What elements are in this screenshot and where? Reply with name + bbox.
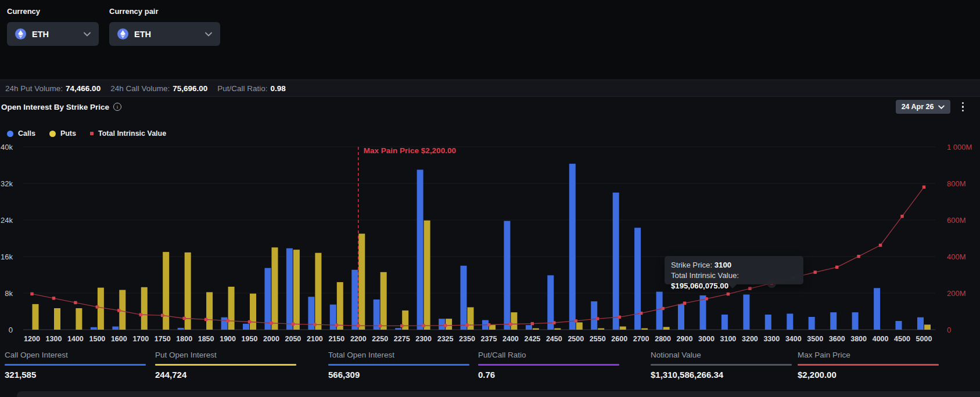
summary-underline xyxy=(155,364,296,366)
summary-underline xyxy=(328,364,469,366)
legend-item-calls[interactable]: Calls xyxy=(7,129,35,138)
summary-underline xyxy=(478,364,619,366)
summary-value: 321,585 xyxy=(5,370,146,380)
legend-label: Puts xyxy=(60,129,76,138)
currency-pair-label: Currency pair xyxy=(109,7,159,16)
summary-value: 0.76 xyxy=(478,370,619,380)
summary-label: Put Open Interest xyxy=(155,351,296,359)
summary-label: Call Open Interest xyxy=(5,351,146,359)
chart-panel xyxy=(0,79,980,397)
chart-title: Open Interest By Strike Price xyxy=(1,103,109,111)
chart-header: Open Interest By Strike Price i 24 Apr 2… xyxy=(0,98,980,116)
summary-value: $1,310,586,266.34 xyxy=(651,370,792,380)
legend-item-puts[interactable]: Puts xyxy=(49,129,76,138)
filters-bar: Currency ETH Currency pair ETH xyxy=(0,0,980,79)
next-card-edge xyxy=(17,391,980,397)
expiry-value: 24 Apr 26 xyxy=(902,103,934,111)
currency-pair-value: ETH xyxy=(134,30,151,39)
chevron-down-icon xyxy=(205,32,212,37)
call-volume-stat: 24h Call Volume:75,696.00 xyxy=(110,84,207,93)
legend-label: Calls xyxy=(18,129,35,138)
currency-dropdown[interactable]: ETH xyxy=(7,22,99,46)
summary-underline xyxy=(5,364,146,366)
summary-put-open-interest: Put Open Interest244,724 xyxy=(155,351,296,380)
currency-label: Currency xyxy=(7,7,40,16)
summary-label: Total Open Interest xyxy=(328,351,469,359)
volume-stats-bar: 24h Put Volume:74,466.00 24h Call Volume… xyxy=(0,80,980,97)
summary-underline xyxy=(798,364,939,366)
expiry-dropdown[interactable]: 24 Apr 26 xyxy=(896,100,950,114)
chevron-down-icon xyxy=(84,32,91,37)
summary-total-open-interest: Total Open Interest566,309 xyxy=(328,351,469,380)
summary-label: Notional Value xyxy=(651,351,792,359)
more-options-icon[interactable] xyxy=(959,100,968,114)
info-icon[interactable]: i xyxy=(113,103,121,111)
eth-icon xyxy=(117,28,128,39)
summary-value: 244,724 xyxy=(155,370,296,380)
legend-label: Total Intrinsic Value xyxy=(98,129,166,138)
summary-call-open-interest: Call Open Interest321,585 xyxy=(5,351,146,380)
chevron-down-icon xyxy=(938,105,945,109)
legend-square-icon xyxy=(90,132,94,135)
summary-value: $2,200.00 xyxy=(798,370,939,380)
summary-notional-value: Notional Value$1,310,586,266.34 xyxy=(651,351,792,380)
legend-dot-icon xyxy=(49,131,56,137)
put-call-ratio-stat: Put/Call Ratio:0.98 xyxy=(217,84,286,93)
summary-value: 566,309 xyxy=(328,370,469,380)
chart-tooltip: Strike Price: 3100 Total Intrinsic Value… xyxy=(665,256,803,284)
put-volume-stat: 24h Put Volume:74,466.00 xyxy=(5,84,100,93)
summary-max-pain-price: Max Pain Price$2,200.00 xyxy=(798,351,939,380)
currency-pair-dropdown[interactable]: ETH xyxy=(109,22,220,46)
summary-label: Put/Call Ratio xyxy=(478,351,619,359)
summary-underline xyxy=(651,364,792,366)
options-dashboard: Currency ETH Currency pair ETH xyxy=(0,0,980,397)
summary-put-call-ratio: Put/Call Ratio0.76 xyxy=(478,351,619,380)
currency-value: ETH xyxy=(32,30,49,39)
legend-dot-icon xyxy=(7,131,13,137)
legend-item-total-intrinsic-value[interactable]: Total Intrinsic Value xyxy=(90,129,166,138)
summary-label: Max Pain Price xyxy=(798,351,939,359)
eth-icon xyxy=(15,28,26,39)
chart-legend: CallsPutsTotal Intrinsic Value xyxy=(7,129,166,138)
